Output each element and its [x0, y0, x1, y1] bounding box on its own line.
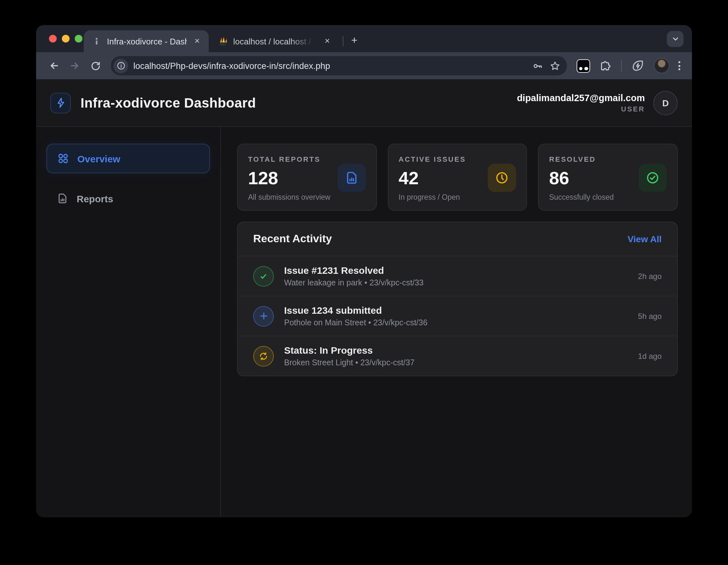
toolbar-divider: [621, 60, 622, 72]
activity-timestamp: 1d ago: [638, 351, 662, 360]
page-title: Infra-xodivorce Dashboard: [81, 95, 256, 110]
file-chart-icon: [337, 164, 366, 192]
app-logo: [50, 92, 71, 113]
activity-row[interactable]: Issue 1234 submitted Pothole on Main Str…: [238, 296, 677, 336]
info-favicon-icon: [91, 36, 102, 46]
password-key-icon[interactable]: [532, 60, 543, 71]
screen: Infra-xodivorce - Dashboard × PMA localh…: [0, 0, 728, 565]
site-info-icon[interactable]: [113, 58, 128, 73]
activity-item-subtitle: Pothole on Main Street • 23/v/kpc-cst/36: [284, 318, 628, 327]
tab-title: localhost / localhost / infra-xo: [233, 36, 317, 46]
activity-timestamp: 5h ago: [638, 311, 662, 321]
phpmyadmin-favicon-icon: PMA: [218, 36, 228, 46]
reload-button[interactable]: [86, 57, 104, 75]
close-window-button[interactable]: [49, 35, 57, 43]
file-chart-icon: [57, 193, 68, 204]
sidebar-item-label: Reports: [77, 193, 113, 204]
grid-icon: [57, 153, 69, 164]
window-controls: [49, 35, 82, 43]
stat-label: ACTIVE ISSUES: [398, 155, 516, 163]
activity-row[interactable]: Issue #1231 Resolved Water leakage in pa…: [238, 256, 677, 296]
stat-card-total-reports: TOTAL REPORTS 128 All submissions overvi…: [237, 144, 377, 211]
activity-item-title: Issue #1231 Resolved: [284, 265, 628, 276]
url-text[interactable]: localhost/Php-devs/infra-xodivorce-in/sr…: [133, 61, 526, 71]
browser-profile-avatar[interactable]: [654, 58, 669, 73]
activity-item-subtitle: Water leakage in park • 23/v/kpc-cst/33: [284, 278, 628, 287]
fullscreen-window-button[interactable]: [75, 35, 82, 43]
new-tab-button[interactable]: +: [347, 34, 361, 48]
tab-title: Infra-xodivorce - Dashboard: [107, 36, 187, 46]
sidebar: Overview Reports: [36, 127, 221, 517]
activity-item-title: Status: In Progress: [284, 345, 628, 356]
browser-toolbar: localhost/Php-devs/infra-xodivorce-in/sr…: [36, 52, 692, 79]
stat-subtitle: All submissions overview: [248, 193, 366, 201]
tab-strip: Infra-xodivorce - Dashboard × PMA localh…: [36, 25, 692, 52]
user-avatar[interactable]: D: [653, 91, 678, 115]
chevron-down-icon: [671, 35, 679, 43]
performance-leaf-icon[interactable]: [631, 59, 644, 72]
arrow-left-icon: [48, 60, 60, 72]
activity-timestamp: 2h ago: [638, 272, 662, 281]
browser-window: Infra-xodivorce - Dashboard × PMA localh…: [36, 25, 692, 517]
tab-dashboard[interactable]: Infra-xodivorce - Dashboard ×: [84, 30, 209, 52]
minimize-window-button[interactable]: [62, 35, 70, 43]
svg-text:PMA: PMA: [220, 43, 226, 46]
main-content: TOTAL REPORTS 128 All submissions overvi…: [221, 127, 692, 517]
stat-card-resolved: RESOLVED 86 Successfully closed: [538, 144, 678, 211]
tab-divider: [343, 36, 343, 46]
sidebar-item-overview[interactable]: Overview: [46, 144, 210, 173]
user-role-badge: USER: [517, 105, 645, 113]
sync-icon: [253, 346, 274, 366]
browser-menu-icon[interactable]: [678, 61, 680, 70]
clock-icon: [488, 164, 516, 192]
plus-icon: [253, 306, 274, 326]
view-all-link[interactable]: View All: [627, 234, 662, 244]
tab-phpmyadmin[interactable]: PMA localhost / localhost / infra-xo ×: [210, 30, 339, 52]
stat-subtitle: Successfully closed: [549, 193, 667, 201]
stat-subtitle: In progress / Open: [398, 193, 516, 201]
tab-search-button[interactable]: [667, 31, 684, 47]
stat-card-active-issues: ACTIVE ISSUES 42 In progress / Open: [388, 144, 527, 211]
activity-row[interactable]: Status: In Progress Broken Street Light …: [238, 336, 677, 376]
stat-label: TOTAL REPORTS: [248, 155, 366, 163]
app-header: Infra-xodivorce Dashboard dipalimandal25…: [36, 79, 692, 127]
reload-icon: [90, 60, 101, 71]
extension-shortcut-icon[interactable]: [577, 59, 590, 72]
forward-button[interactable]: [66, 57, 84, 75]
lightning-icon: [55, 97, 66, 108]
check-icon: [253, 266, 274, 286]
check-circle-icon: [638, 164, 667, 192]
back-button[interactable]: [45, 57, 63, 75]
activity-title: Recent Activity: [253, 233, 332, 245]
user-email: dipalimandal257@gmail.com: [517, 93, 645, 103]
activity-item-subtitle: Broken Street Light • 23/v/kpc-cst/37: [284, 358, 628, 367]
sidebar-item-label: Overview: [77, 153, 120, 164]
extensions-puzzle-icon[interactable]: [599, 60, 611, 72]
activity-item-title: Issue 1234 submitted: [284, 305, 628, 316]
arrow-right-icon: [69, 60, 81, 72]
bookmark-star-icon[interactable]: [550, 60, 560, 71]
sidebar-item-reports[interactable]: Reports: [46, 184, 210, 213]
url-bar[interactable]: localhost/Php-devs/infra-xodivorce-in/sr…: [111, 56, 567, 75]
recent-activity-card: Recent Activity View All Issue #1231 Res…: [237, 222, 678, 376]
stat-label: RESOLVED: [549, 155, 667, 163]
close-tab-icon[interactable]: ×: [192, 36, 202, 46]
stat-cards: TOTAL REPORTS 128 All submissions overvi…: [237, 144, 678, 211]
close-tab-icon[interactable]: ×: [322, 36, 332, 46]
dashboard-page: Infra-xodivorce Dashboard dipalimandal25…: [36, 79, 692, 517]
